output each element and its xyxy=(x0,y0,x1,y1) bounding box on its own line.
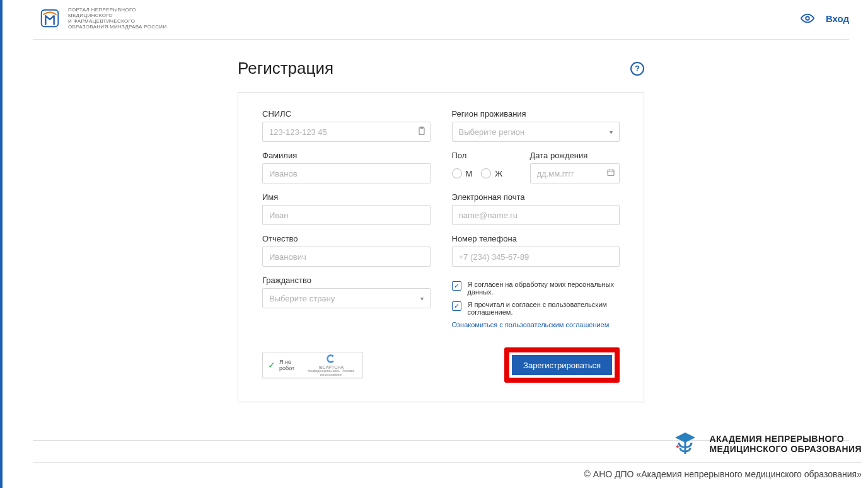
footer-divider xyxy=(33,462,862,463)
gender-female-radio[interactable]: Ж xyxy=(481,168,502,178)
chevron-down-icon: ▾ xyxy=(610,129,613,136)
lastname-field-group: Фамилия xyxy=(262,151,431,183)
footer-brand-text: АКАДЕМИЯ НЕПРЕРЫВНОГО МЕДИЦИНСКОГО ОБРАЗ… xyxy=(709,434,862,454)
region-select[interactable]: Выберите регион ▾ xyxy=(452,122,620,142)
gender-male-radio[interactable]: М xyxy=(452,168,473,178)
patronymic-input[interactable] xyxy=(262,247,431,267)
chevron-down-icon: ▾ xyxy=(420,295,424,302)
copyright: © АНО ДПО «Академия непрерывного медицин… xyxy=(584,469,862,479)
registration-form: СНИЛС Фамилия Имя xyxy=(238,92,644,402)
brand-logo-icon xyxy=(38,6,62,30)
consent-pd-text: Я согласен на обработку моих персональны… xyxy=(468,281,620,296)
citizenship-select[interactable]: Выберите страну ▾ xyxy=(262,288,431,308)
top-links: Вход xyxy=(801,11,849,25)
brand-text: ПОРТАЛ НЕПРЕРЫВНОГО МЕДИЦИНСКОГО И ФАРМА… xyxy=(68,7,166,30)
recaptcha-label: Я не робот xyxy=(279,359,301,371)
page-title: Регистрация xyxy=(238,59,333,78)
consent-checks: ✓ Я согласен на обработку моих персональ… xyxy=(452,281,620,328)
terms-link[interactable]: Ознакомиться с пользовательским соглашен… xyxy=(452,321,620,328)
consent-terms-text: Я прочитал и согласен с пользовательским… xyxy=(468,301,620,316)
gender-label: Пол xyxy=(452,151,521,160)
recaptcha-sub: Конфиденциальность · Условия использован… xyxy=(304,369,357,376)
email-label: Электронная почта xyxy=(452,192,620,202)
footer-brand-l1: АКАДЕМИЯ НЕПРЕРЫВНОГО xyxy=(709,434,862,444)
snils-field-group: СНИЛС xyxy=(262,109,431,142)
dob-input[interactable] xyxy=(530,163,620,183)
radio-icon xyxy=(452,168,462,178)
recaptcha-widget[interactable]: ✓ Я не робот reCAPTCHA Конфиденциальност… xyxy=(262,352,363,378)
region-label: Регион проживания xyxy=(452,109,620,119)
snils-clipboard-icon[interactable] xyxy=(418,127,425,137)
svg-text:+: + xyxy=(676,443,680,450)
slide-edge xyxy=(0,0,3,488)
phone-label: Номер телефона xyxy=(452,234,620,243)
citizenship-placeholder: Выберите страну xyxy=(269,294,335,303)
firstname-field-group: Имя xyxy=(262,192,431,225)
patronymic-field-group: Отчество xyxy=(262,234,431,267)
phone-field-group: Номер телефона xyxy=(452,234,620,267)
submit-button[interactable]: Зарегистрироваться xyxy=(512,355,612,375)
email-field-group: Электронная почта xyxy=(452,192,620,225)
citizenship-label: Гражданство xyxy=(262,276,431,285)
svg-point-1 xyxy=(806,16,809,20)
lastname-label: Фамилия xyxy=(262,151,431,160)
firstname-label: Имя xyxy=(262,192,431,202)
recaptcha-logo: reCAPTCHA Конфиденциальность · Условия и… xyxy=(304,354,357,377)
snils-label: СНИЛС xyxy=(262,109,431,119)
submit-highlight: Зарегистрироваться xyxy=(504,347,620,383)
gender-female-text: Ж xyxy=(495,169,502,178)
left-column: СНИЛС Фамилия Имя xyxy=(262,109,431,328)
citizenship-field-group: Гражданство Выберите страну ▾ xyxy=(262,276,431,308)
login-link[interactable]: Вход xyxy=(826,13,849,24)
region-field-group: Регион проживания Выберите регион ▾ xyxy=(452,109,620,142)
email-input[interactable] xyxy=(452,205,620,225)
svg-rect-4 xyxy=(608,170,614,176)
app-window: ПОРТАЛ НЕПРЕРЫВНОГО МЕДИЦИНСКОГО И ФАРМА… xyxy=(33,0,849,441)
gender-field-group: Пол М Ж xyxy=(452,151,521,183)
region-placeholder: Выберите регион xyxy=(459,127,525,137)
footer-brand: + АКАДЕМИЯ НЕПРЕРЫВНОГО МЕДИЦИНСКОГО ОБР… xyxy=(670,429,862,459)
accessibility-eye-icon[interactable] xyxy=(801,11,814,25)
help-icon[interactable]: ? xyxy=(630,62,644,76)
recaptcha-check-icon: ✓ xyxy=(268,360,275,370)
gender-male-text: М xyxy=(466,169,473,178)
top-bar: ПОРТАЛ НЕПРЕРЫВНОГО МЕДИЦИНСКОГО И ФАРМА… xyxy=(33,0,849,40)
page-title-row: Регистрация ? xyxy=(238,59,644,78)
calendar-icon[interactable] xyxy=(607,169,615,178)
phone-input[interactable] xyxy=(452,247,620,267)
consent-terms-checkbox[interactable]: ✓ xyxy=(452,301,461,311)
right-column: Регион проживания Выберите регион ▾ Пол … xyxy=(452,109,620,328)
footer-brand-l2: МЕДИЦИНСКОГО ОБРАЗОВАНИЯ xyxy=(709,444,862,454)
dob-label: Дата рождения xyxy=(530,151,620,160)
radio-icon xyxy=(481,168,491,178)
snils-input[interactable] xyxy=(262,122,431,142)
footer-brand-icon: + xyxy=(670,429,700,459)
brand: ПОРТАЛ НЕПРЕРЫВНОГО МЕДИЦИНСКОГО И ФАРМА… xyxy=(38,6,166,30)
consent-pd-checkbox[interactable]: ✓ xyxy=(452,281,461,291)
lastname-input[interactable] xyxy=(262,163,431,183)
firstname-input[interactable] xyxy=(262,205,431,225)
form-bottom-row: ✓ Я не робот reCAPTCHA Конфиденциальност… xyxy=(262,347,620,383)
patronymic-label: Отчество xyxy=(262,234,431,243)
dob-field-group: Дата рождения xyxy=(530,151,620,183)
